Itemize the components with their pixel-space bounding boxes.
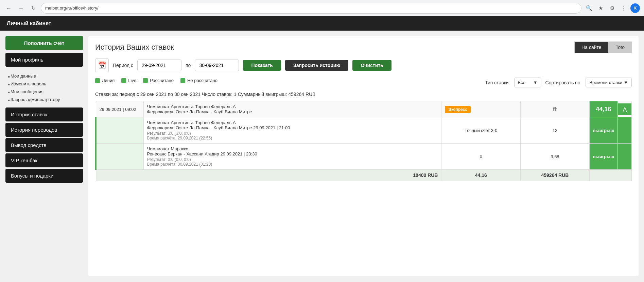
bet-odds: 12	[521, 117, 589, 144]
bet-match-main: Чемпионат Аргентины. Торнео Федераль А Ф…	[143, 101, 441, 117]
browser-chrome: ← → ↻ melbet.org/ru/office/history/ 🔍 ★ …	[0, 0, 644, 16]
totals-winnings: 459264 RUB	[521, 170, 589, 181]
extensions-icon[interactable]: ⚙	[607, 3, 617, 13]
sidebar-item-bonuses[interactable]: Бонусы и подарки	[5, 169, 83, 183]
reload-button[interactable]: ↻	[29, 3, 38, 13]
tab-site[interactable]: На сайте	[574, 42, 608, 53]
delete-button[interactable]: 🗑	[521, 101, 589, 117]
bets-table: 29.09.2021 | 09:02 Чемпионат Аргентины. …	[95, 101, 632, 181]
bet-badge-cell: Экспресс	[441, 101, 521, 117]
legend-ne-rasschitano: Не рассчитано	[180, 78, 217, 83]
period-separator: по	[186, 63, 191, 68]
summary-line: Ставки за: период с 29 сен 2021 по 30 се…	[95, 92, 632, 97]
chevron-down-icon: ▼	[533, 80, 538, 85]
sidebar-submenu-item[interactable]: Изменить пароль	[8, 80, 83, 88]
bet-status-win: выигрыш	[589, 117, 617, 144]
sort-select[interactable]: Времени ставки ▼	[586, 78, 632, 87]
bookmark-icon[interactable]: ★	[596, 3, 605, 13]
sidebar-item-my-profile[interactable]: Мой профиль	[5, 53, 83, 67]
period-label: Период с	[113, 63, 133, 68]
back-button[interactable]: ←	[4, 3, 14, 13]
url-text: melbet.org/ru/office/history/	[45, 5, 99, 11]
search-icon[interactable]: 🔍	[584, 3, 594, 13]
sidebar-submenu-item[interactable]: Мои сообщения	[8, 88, 83, 96]
bet-detail-match: Чемпионат Марокко Ренесанс Беркан - Хасс…	[143, 144, 441, 170]
express-badge: Экспресс	[445, 106, 471, 113]
sidebar-item-withdraw[interactable]: Вывод средств	[5, 138, 83, 152]
totals-coeff: 44,16	[441, 170, 521, 181]
top-bar: Личный кабинет	[0, 16, 644, 31]
bet-type-select[interactable]: Все ▼	[514, 78, 541, 87]
deposit-button[interactable]: Пополнить счёт	[5, 36, 83, 50]
legend-bar: Линия Live Рассчитано Не рассчитано	[95, 78, 217, 83]
sidebar-submenu: Мои данные Изменить пароль Мои сообщения…	[0, 69, 88, 106]
legend-dot-ne-rasschitano	[180, 78, 185, 83]
forward-button[interactable]: →	[16, 3, 26, 13]
legend-dot-liniya	[95, 78, 100, 83]
legend-dot-rasschitano	[143, 78, 148, 83]
bet-status-win: выигрыш	[589, 144, 617, 170]
bet-date: 29.09.2021 | 09:02	[96, 101, 143, 117]
request-history-button[interactable]: Запросить историю	[285, 60, 348, 71]
clear-button[interactable]: Очистить	[352, 60, 391, 71]
sidebar: Пополнить счёт Мой профиль Мои данные Из…	[0, 31, 88, 281]
top-bar-title: Личный кабинет	[7, 20, 51, 26]
address-bar[interactable]: melbet.org/ru/office/history/	[41, 3, 581, 14]
sidebar-submenu-item[interactable]: Запрос администратору	[8, 96, 83, 103]
menu-icon[interactable]: ⋮	[619, 3, 628, 13]
browser-icons: 🔍 ★ ⚙ ⋮ K	[584, 3, 640, 13]
legend-rasschitano: Рассчитано	[143, 78, 174, 83]
bet-odds: 3,68	[521, 144, 589, 170]
table-row: Чемпионат Аргентины. Торнео Федераль А Ф…	[96, 117, 632, 144]
legend-liniya: Линия	[95, 78, 115, 83]
sidebar-submenu-item[interactable]: Мои данные	[8, 72, 83, 80]
show-button[interactable]: Показать	[243, 60, 281, 71]
date-from-input[interactable]	[137, 60, 181, 71]
bet-type: Точный счет 3-0	[441, 117, 521, 144]
bet-detail-match: Чемпионат Аргентины. Торнео Федераль А Ф…	[143, 117, 441, 144]
sidebar-item-bet-history[interactable]: История ставок	[5, 107, 83, 121]
chevron-down-icon: ▼	[624, 80, 628, 85]
bet-type: X	[441, 144, 521, 170]
legend-live: Live	[121, 78, 136, 83]
legend-dot-live	[121, 78, 126, 83]
main-layout: Пополнить счёт Мой профиль Мои данные Из…	[0, 31, 644, 281]
sort-label: Сортировать по:	[545, 80, 582, 85]
totals-row: 10400 RUB 44,16 459264 RUB	[96, 170, 632, 181]
filter-bar: 📅 Период с по Показать Запросить историю…	[95, 59, 632, 72]
tab-toto[interactable]: Toto	[609, 42, 632, 53]
table-row: 29.09.2021 | 09:02 Чемпионат Аргентины. …	[96, 101, 632, 117]
page-header: История Ваших ставок На сайте Toto	[95, 42, 632, 53]
bet-coefficient-main: 44,16	[589, 101, 617, 117]
date-to-input[interactable]	[195, 60, 239, 71]
page-title: История Ваших ставок	[95, 43, 174, 52]
profile-avatar[interactable]: K	[630, 3, 640, 13]
expand-button[interactable]: ⋀	[618, 103, 631, 115]
header-tabs: На сайте Toto	[574, 42, 632, 53]
sidebar-item-transfer-history[interactable]: История переводов	[5, 123, 83, 137]
content-area: История Ваших ставок На сайте Toto 📅 Пер…	[88, 36, 639, 276]
sidebar-item-vip-cashback[interactable]: VIP кешбэк	[5, 153, 83, 167]
bet-type-label: Тип ставки:	[485, 80, 510, 85]
calendar-icon[interactable]: 📅	[95, 59, 109, 72]
totals-amount: 10400 RUB	[413, 172, 438, 178]
table-row: Чемпионат Марокко Ренесанс Беркан - Хасс…	[96, 144, 632, 170]
